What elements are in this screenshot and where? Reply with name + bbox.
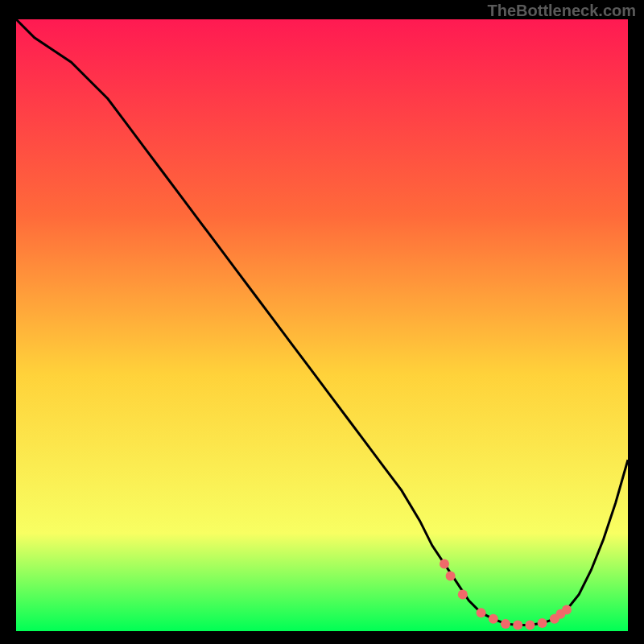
marker-point [489, 614, 498, 624]
chart-stage: TheBottleneck.com [0, 0, 644, 644]
marker-point [501, 619, 510, 629]
marker-point [538, 618, 547, 628]
gradient-background [16, 19, 628, 631]
marker-point [513, 620, 522, 630]
marker-point [458, 589, 468, 599]
plot-svg [16, 19, 628, 631]
marker-point [477, 608, 486, 617]
watermark-text: TheBottleneck.com [488, 2, 636, 20]
marker-point [525, 620, 535, 630]
marker-point [440, 559, 449, 568]
plot-area [16, 19, 628, 631]
marker-point [562, 605, 572, 614]
marker-point [446, 572, 456, 581]
